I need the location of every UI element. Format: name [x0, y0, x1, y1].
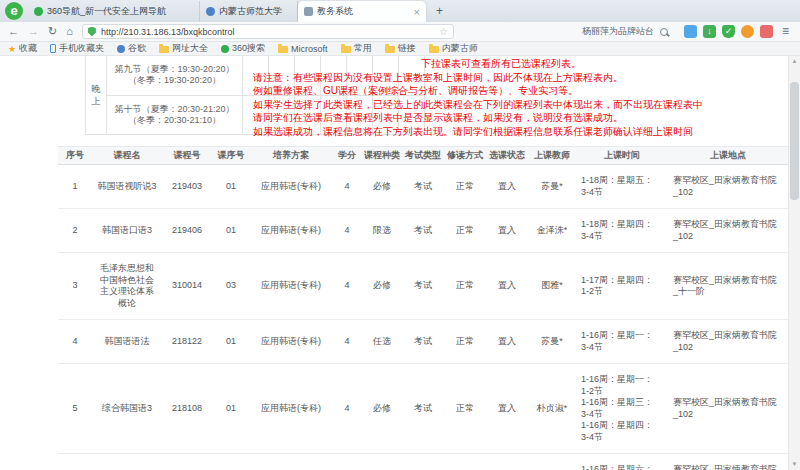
- cell-class_no: 01: [212, 165, 250, 209]
- bookmark-item[interactable]: 360搜索: [221, 42, 265, 55]
- notice-line: 如果选课成功，课程信息将在下方列表出现。请同学们根据课程信息联系任课老师确认详细…: [253, 125, 703, 139]
- shield-icon[interactable]: [722, 25, 735, 38]
- cell-teacher: 苏曼*: [528, 320, 576, 364]
- cell-select_status: 置入: [486, 454, 528, 470]
- cell-category: 限选: [362, 454, 402, 470]
- notice-line: 如果学生选择了此类课程，已经选上的此类课程会在下列的课程列表中体现出来，而不出现…: [253, 98, 703, 112]
- browser-tab-3[interactable]: 教务系统×: [298, 1, 426, 22]
- cell-select_status: 置入: [486, 364, 528, 454]
- notice-line: 下拉课表可查看所有已选课程列表。: [253, 57, 703, 71]
- bookmark-item[interactable]: Microsoft: [278, 44, 328, 54]
- cell-credits: 4: [332, 454, 362, 470]
- cell-credits: 4: [332, 364, 362, 454]
- browser-tab-1[interactable]: 360导航_新一代安全上网导航: [28, 1, 200, 22]
- notice-line: 请同学们在选课后查看课程列表中是否显示该课程，如果没有，说明没有选课成功。: [253, 111, 703, 125]
- table-row: 3毛泽东思想和中国特色社会主义理论体系概论31001403应用韩语(专科)4必修…: [58, 253, 788, 320]
- cell-class_no: 01: [212, 320, 250, 364]
- folder-icon: [429, 46, 439, 53]
- bookmark-item[interactable]: 手机收藏夹: [50, 42, 104, 55]
- bookmark-item[interactable]: 链接: [385, 42, 416, 55]
- cell-no: 4: [58, 320, 92, 364]
- column-header: 上课教师: [528, 147, 576, 165]
- scrollbar-thumb[interactable]: [790, 82, 799, 200]
- favorite-icon[interactable]: [760, 25, 773, 38]
- column-header: 考试类型: [402, 147, 444, 165]
- bookmark-item[interactable]: 收藏: [8, 42, 37, 55]
- back-icon[interactable]: ←: [8, 26, 19, 37]
- cell-class_no: 01: [212, 454, 250, 470]
- address-bar: ← → ↻ ⌂ http://210.31.186.13/bxqkbcontro…: [0, 22, 800, 42]
- cell-name: 韩国语口语3: [92, 209, 162, 253]
- cell-program: 应用韩语(专科): [250, 165, 332, 209]
- bookmark-item[interactable]: 内蒙古师: [429, 42, 478, 55]
- column-header: 课程种类: [362, 147, 402, 165]
- cell-credits: 4: [332, 253, 362, 320]
- column-header: 培养方案: [250, 147, 332, 165]
- cell-program: 应用韩语(专科): [250, 454, 332, 470]
- scrollbar[interactable]: ▲ ▼: [788, 56, 800, 470]
- cell-category: 必修: [362, 253, 402, 320]
- cell-select_status: 置入: [486, 165, 528, 209]
- tab-title: 内蒙古师范大学: [219, 5, 291, 18]
- phone-icon[interactable]: [684, 25, 697, 38]
- bookmark-star-icon[interactable]: ☆: [439, 26, 448, 37]
- bookmark-label: 收藏: [19, 42, 37, 55]
- new-tab-button[interactable]: +: [431, 3, 448, 20]
- cell-time: 1-18周：星期五： 3-4节: [576, 165, 668, 209]
- cell-course_id: 219406: [162, 209, 212, 253]
- bookmark-item[interactable]: 常用: [341, 42, 372, 55]
- bookmark-item[interactable]: 网址大全: [159, 42, 208, 55]
- cell-no: 1: [58, 165, 92, 209]
- search-icon[interactable]: [660, 28, 668, 36]
- scroll-down-icon[interactable]: ▼: [789, 459, 800, 470]
- cell-study_mode: 正常: [444, 364, 486, 454]
- url-input[interactable]: http://210.31.186.13/bxqkbcontrol ☆: [82, 24, 454, 39]
- cell-time: 1-17周：星期四： 1-2节: [576, 253, 668, 320]
- table-row: 2韩国语口语321940601应用韩语(专科)4限选考试正常置入金泽洙*1-18…: [58, 209, 788, 253]
- cell-place: 赛罕校区_田家炳教育书院 _102: [668, 165, 788, 209]
- search-box[interactable]: 杨丽萍为品牌站台: [582, 25, 668, 38]
- cell-class_no: 03: [212, 253, 250, 320]
- cell-course_id: 218122: [162, 320, 212, 364]
- table-header-row: 序号课程名课程号课序号培养方案学分课程种类考试类型修读方式选课状态上课教师上课时…: [58, 147, 788, 165]
- folder-icon: [278, 46, 288, 53]
- cell-place: 赛罕校区_田家炳教育书院 _102: [668, 364, 788, 454]
- browser-toolbar-icons: [678, 25, 792, 38]
- cell-place: 赛罕校区_田家炳教育书院 _十一阶: [668, 253, 788, 320]
- browser-logo-icon[interactable]: e: [5, 2, 23, 20]
- refresh-icon[interactable]: ↻: [48, 26, 57, 37]
- browser-tab-2[interactable]: 内蒙古师范大学: [200, 1, 298, 22]
- cell-time: 1-18周：星期四： 3-4节: [576, 209, 668, 253]
- table-row: 4韩国语语法21812201应用韩语(专科)4任选考试正常置入苏曼*1-16周：…: [58, 320, 788, 364]
- download-icon[interactable]: [703, 25, 716, 38]
- cell-time: 1-16周：星期一： 1-2节 1-16周：星期三： 3-4节 1-16周：星期…: [576, 364, 668, 454]
- cell-exam_type: 考试: [402, 209, 444, 253]
- user-icon[interactable]: [741, 25, 754, 38]
- timetable-slot: 第十节（夏季：20:30-21:20） （冬季：20:30-21:10）: [107, 95, 243, 134]
- column-header: 课序号: [212, 147, 250, 165]
- star-icon: [8, 44, 16, 54]
- cell-no: 5: [58, 364, 92, 454]
- cell-time: 1-16周：星期六： 3-4节: [576, 454, 668, 470]
- forward-icon[interactable]: →: [28, 26, 39, 37]
- cell-category: 任选: [362, 320, 402, 364]
- folder-icon: [385, 46, 395, 53]
- cell-name: 韩国语语法: [92, 320, 162, 364]
- column-header: 选课状态: [486, 147, 528, 165]
- browser-window: e 360导航_新一代安全上网导航内蒙古师范大学教务系统× + ← → ↻ ⌂ …: [0, 0, 800, 470]
- column-header: 序号: [58, 147, 92, 165]
- close-icon[interactable]: ×: [414, 6, 420, 18]
- cell-name: 韩国语视听说3: [92, 165, 162, 209]
- notice-line: 例如重修课程、GU课程（案例综合与分析、调研报告等）、专业实习等。: [253, 84, 703, 98]
- home-icon[interactable]: ⌂: [66, 26, 73, 37]
- cell-select_status: 置入: [486, 320, 528, 364]
- cell-name: 综合韩国语3: [92, 364, 162, 454]
- cell-teacher: 图雅*: [528, 253, 576, 320]
- notice-block: 下拉课表可查看所有已选课程列表。请注意：有些课程因为没有设置上课教室和上课时间，…: [253, 57, 703, 138]
- scroll-up-icon[interactable]: ▲: [789, 56, 800, 67]
- bookmark-item[interactable]: 谷歌: [117, 42, 146, 55]
- column-header: 上课时间: [576, 147, 668, 165]
- menu-icon[interactable]: [779, 25, 792, 38]
- bookmark-label: 网址大全: [172, 42, 208, 55]
- cell-teacher: 苏曼*: [528, 165, 576, 209]
